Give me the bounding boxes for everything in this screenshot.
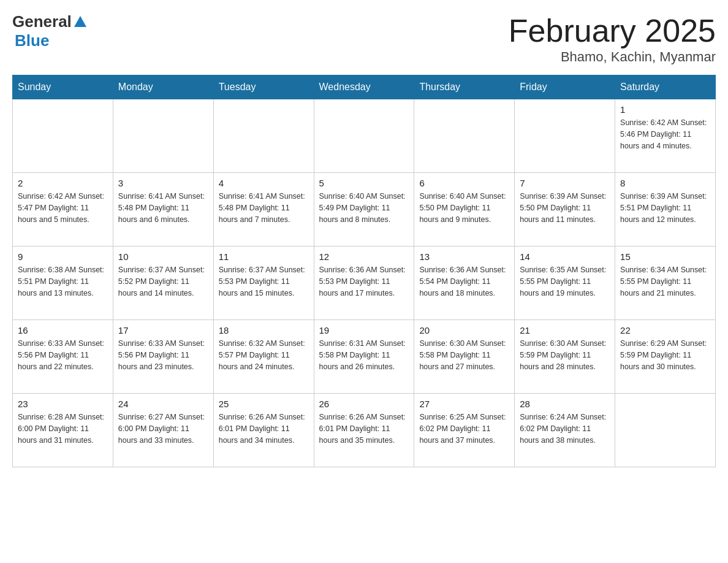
day-cell: 28Sunrise: 6:24 AM Sunset: 6:02 PM Dayli… <box>515 394 615 467</box>
day-number: 16 <box>18 325 108 335</box>
day-number: 28 <box>520 399 610 409</box>
week-row-5: 23Sunrise: 6:28 AM Sunset: 6:00 PM Dayli… <box>13 394 716 467</box>
day-header-tuesday: Tuesday <box>213 75 314 99</box>
day-header-thursday: Thursday <box>414 75 515 99</box>
day-cell: 17Sunrise: 6:33 AM Sunset: 5:56 PM Dayli… <box>113 320 213 394</box>
day-info: Sunrise: 6:37 AM Sunset: 5:52 PM Dayligh… <box>118 264 208 299</box>
day-cell: 24Sunrise: 6:27 AM Sunset: 6:00 PM Dayli… <box>113 394 213 467</box>
logo-general-text: General <box>12 12 72 31</box>
day-number: 1 <box>620 104 710 115</box>
day-info: Sunrise: 6:38 AM Sunset: 5:51 PM Dayligh… <box>18 264 108 299</box>
day-number: 20 <box>419 325 509 335</box>
calendar-header-row: SundayMondayTuesdayWednesdayThursdayFrid… <box>13 75 716 99</box>
calendar-table: SundayMondayTuesdayWednesdayThursdayFrid… <box>12 75 716 467</box>
day-cell: 9Sunrise: 6:38 AM Sunset: 5:51 PM Daylig… <box>13 247 113 320</box>
title-section: February 2025 Bhamo, Kachin, Myanmar <box>509 12 716 65</box>
week-row-1: 1Sunrise: 6:42 AM Sunset: 5:46 PM Daylig… <box>13 99 716 173</box>
day-header-saturday: Saturday <box>615 75 716 99</box>
day-cell: 2Sunrise: 6:42 AM Sunset: 5:47 PM Daylig… <box>13 173 113 247</box>
logo-triangle-icon <box>74 16 86 27</box>
day-cell <box>615 394 716 467</box>
week-row-3: 9Sunrise: 6:38 AM Sunset: 5:51 PM Daylig… <box>13 247 716 320</box>
day-number: 26 <box>319 399 409 409</box>
day-number: 10 <box>118 251 208 262</box>
day-info: Sunrise: 6:28 AM Sunset: 6:00 PM Dayligh… <box>18 412 108 446</box>
day-cell <box>13 99 113 173</box>
day-info: Sunrise: 6:34 AM Sunset: 5:55 PM Dayligh… <box>620 264 710 299</box>
page-title: February 2025 <box>509 12 716 49</box>
day-cell: 8Sunrise: 6:39 AM Sunset: 5:51 PM Daylig… <box>615 173 716 247</box>
day-cell: 7Sunrise: 6:39 AM Sunset: 5:50 PM Daylig… <box>515 173 615 247</box>
day-info: Sunrise: 6:33 AM Sunset: 5:56 PM Dayligh… <box>18 338 108 372</box>
day-cell: 20Sunrise: 6:30 AM Sunset: 5:58 PM Dayli… <box>414 320 515 394</box>
day-cell: 4Sunrise: 6:41 AM Sunset: 5:48 PM Daylig… <box>213 173 314 247</box>
day-info: Sunrise: 6:41 AM Sunset: 5:48 PM Dayligh… <box>118 191 208 225</box>
day-info: Sunrise: 6:25 AM Sunset: 6:02 PM Dayligh… <box>419 412 509 446</box>
day-cell: 10Sunrise: 6:37 AM Sunset: 5:52 PM Dayli… <box>113 247 213 320</box>
day-number: 11 <box>219 251 309 262</box>
day-number: 24 <box>118 399 208 409</box>
day-cell: 3Sunrise: 6:41 AM Sunset: 5:48 PM Daylig… <box>113 173 213 247</box>
day-cell: 15Sunrise: 6:34 AM Sunset: 5:55 PM Dayli… <box>615 247 716 320</box>
day-info: Sunrise: 6:27 AM Sunset: 6:00 PM Dayligh… <box>118 412 208 446</box>
day-cell: 25Sunrise: 6:26 AM Sunset: 6:01 PM Dayli… <box>213 394 314 467</box>
day-info: Sunrise: 6:41 AM Sunset: 5:48 PM Dayligh… <box>219 191 309 225</box>
day-cell: 14Sunrise: 6:35 AM Sunset: 5:55 PM Dayli… <box>515 247 615 320</box>
day-cell: 22Sunrise: 6:29 AM Sunset: 5:59 PM Dayli… <box>615 320 716 394</box>
day-cell: 19Sunrise: 6:31 AM Sunset: 5:58 PM Dayli… <box>314 320 414 394</box>
day-header-monday: Monday <box>113 75 213 99</box>
day-info: Sunrise: 6:24 AM Sunset: 6:02 PM Dayligh… <box>520 412 610 446</box>
day-number: 4 <box>219 178 309 188</box>
day-cell <box>314 99 414 173</box>
day-number: 13 <box>419 251 509 262</box>
day-header-sunday: Sunday <box>13 75 113 99</box>
day-number: 3 <box>118 178 208 188</box>
day-cell <box>414 99 515 173</box>
day-info: Sunrise: 6:29 AM Sunset: 5:59 PM Dayligh… <box>620 338 710 372</box>
day-number: 9 <box>18 251 108 262</box>
day-cell <box>113 99 213 173</box>
day-info: Sunrise: 6:40 AM Sunset: 5:50 PM Dayligh… <box>419 191 509 225</box>
day-info: Sunrise: 6:35 AM Sunset: 5:55 PM Dayligh… <box>520 264 610 299</box>
day-info: Sunrise: 6:42 AM Sunset: 5:47 PM Dayligh… <box>18 191 108 225</box>
day-info: Sunrise: 6:26 AM Sunset: 6:01 PM Dayligh… <box>219 412 309 446</box>
day-number: 21 <box>520 325 610 335</box>
day-info: Sunrise: 6:39 AM Sunset: 5:50 PM Dayligh… <box>520 191 610 225</box>
day-cell: 26Sunrise: 6:26 AM Sunset: 6:01 PM Dayli… <box>314 394 414 467</box>
day-cell: 18Sunrise: 6:32 AM Sunset: 5:57 PM Dayli… <box>213 320 314 394</box>
day-header-wednesday: Wednesday <box>314 75 414 99</box>
day-number: 22 <box>620 325 710 335</box>
day-info: Sunrise: 6:30 AM Sunset: 5:58 PM Dayligh… <box>419 338 509 372</box>
day-number: 14 <box>520 251 610 262</box>
day-number: 6 <box>419 178 509 188</box>
day-number: 15 <box>620 251 710 262</box>
day-info: Sunrise: 6:30 AM Sunset: 5:59 PM Dayligh… <box>520 338 610 372</box>
logo: General Blue <box>12 12 86 50</box>
page-header: General Blue February 2025 Bhamo, Kachin… <box>12 12 716 65</box>
day-cell: 23Sunrise: 6:28 AM Sunset: 6:00 PM Dayli… <box>13 394 113 467</box>
day-number: 19 <box>319 325 409 335</box>
day-number: 2 <box>18 178 108 188</box>
day-info: Sunrise: 6:36 AM Sunset: 5:54 PM Dayligh… <box>419 264 509 299</box>
day-cell: 21Sunrise: 6:30 AM Sunset: 5:59 PM Dayli… <box>515 320 615 394</box>
day-number: 7 <box>520 178 610 188</box>
day-cell: 27Sunrise: 6:25 AM Sunset: 6:02 PM Dayli… <box>414 394 515 467</box>
day-cell: 5Sunrise: 6:40 AM Sunset: 5:49 PM Daylig… <box>314 173 414 247</box>
day-cell <box>213 99 314 173</box>
day-number: 17 <box>118 325 208 335</box>
day-info: Sunrise: 6:32 AM Sunset: 5:57 PM Dayligh… <box>219 338 309 372</box>
day-cell: 6Sunrise: 6:40 AM Sunset: 5:50 PM Daylig… <box>414 173 515 247</box>
day-number: 18 <box>219 325 309 335</box>
day-info: Sunrise: 6:26 AM Sunset: 6:01 PM Dayligh… <box>319 412 409 446</box>
day-cell: 16Sunrise: 6:33 AM Sunset: 5:56 PM Dayli… <box>13 320 113 394</box>
day-info: Sunrise: 6:31 AM Sunset: 5:58 PM Dayligh… <box>319 338 409 372</box>
day-info: Sunrise: 6:40 AM Sunset: 5:49 PM Dayligh… <box>319 191 409 225</box>
day-number: 23 <box>18 399 108 409</box>
day-number: 27 <box>419 399 509 409</box>
logo-blue-text: Blue <box>15 31 49 50</box>
day-info: Sunrise: 6:37 AM Sunset: 5:53 PM Dayligh… <box>219 264 309 299</box>
day-number: 12 <box>319 251 409 262</box>
day-info: Sunrise: 6:39 AM Sunset: 5:51 PM Dayligh… <box>620 191 710 225</box>
page-subtitle: Bhamo, Kachin, Myanmar <box>509 49 716 65</box>
day-info: Sunrise: 6:33 AM Sunset: 5:56 PM Dayligh… <box>118 338 208 372</box>
